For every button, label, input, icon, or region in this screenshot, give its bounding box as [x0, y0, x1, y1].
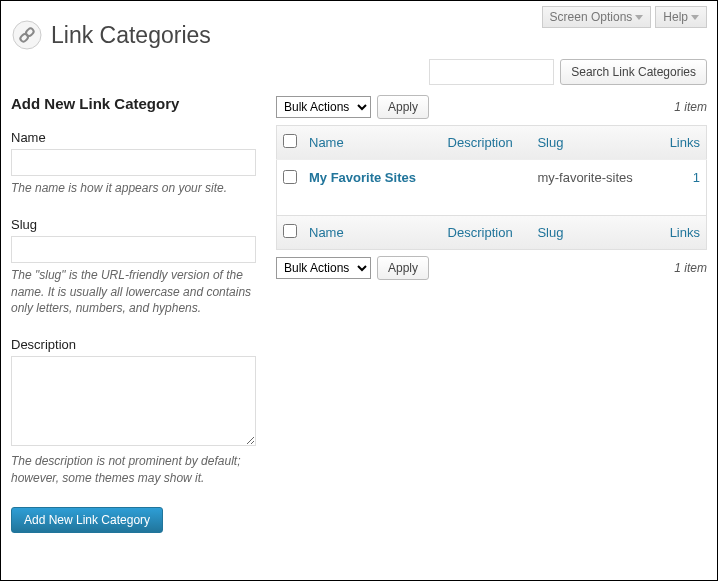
search-button[interactable]: Search Link Categories — [560, 59, 707, 85]
col-slug[interactable]: Slug — [531, 126, 656, 160]
help-button[interactable]: Help — [655, 6, 707, 28]
col-links[interactable]: Links — [657, 126, 707, 160]
col-slug-foot[interactable]: Slug — [531, 216, 656, 250]
table-row: My Favorite Sites my-favorite-sites 1 — [277, 160, 707, 216]
chevron-down-icon — [691, 15, 699, 20]
search-input[interactable] — [429, 59, 554, 85]
categories-table: Name Description Slug Links My Favorite … — [276, 125, 707, 250]
col-name[interactable]: Name — [303, 126, 442, 160]
description-hint: The description is not prominent by defa… — [11, 453, 256, 487]
slug-label: Slug — [11, 217, 256, 232]
screen-options-label: Screen Options — [550, 10, 633, 24]
description-textarea[interactable] — [11, 356, 256, 446]
item-count-bottom: 1 item — [674, 261, 707, 275]
col-description-foot[interactable]: Description — [442, 216, 532, 250]
slug-hint: The "slug" is the URL-friendly version o… — [11, 267, 256, 317]
select-all-bottom[interactable] — [283, 224, 297, 238]
apply-button-top[interactable]: Apply — [377, 95, 429, 119]
row-checkbox[interactable] — [283, 170, 297, 184]
row-slug: my-favorite-sites — [531, 160, 656, 216]
row-links-link[interactable]: 1 — [693, 170, 700, 185]
col-name-foot[interactable]: Name — [303, 216, 442, 250]
description-label: Description — [11, 337, 256, 352]
name-hint: The name is how it appears on your site. — [11, 180, 256, 197]
select-all-top[interactable] — [283, 134, 297, 148]
col-links-foot[interactable]: Links — [657, 216, 707, 250]
bulk-actions-select-bottom[interactable]: Bulk Actions — [276, 257, 371, 279]
screen-options-button[interactable]: Screen Options — [542, 6, 652, 28]
page-title: Link Categories — [51, 22, 211, 49]
col-description[interactable]: Description — [442, 126, 532, 160]
row-description — [442, 160, 532, 216]
link-icon — [11, 19, 43, 51]
help-label: Help — [663, 10, 688, 24]
row-name-link[interactable]: My Favorite Sites — [309, 170, 416, 185]
name-label: Name — [11, 130, 256, 145]
form-heading: Add New Link Category — [11, 95, 256, 112]
slug-input[interactable] — [11, 236, 256, 263]
chevron-down-icon — [635, 15, 643, 20]
item-count-top: 1 item — [674, 100, 707, 114]
add-category-button[interactable]: Add New Link Category — [11, 507, 163, 533]
apply-button-bottom[interactable]: Apply — [377, 256, 429, 280]
bulk-actions-select-top[interactable]: Bulk Actions — [276, 96, 371, 118]
name-input[interactable] — [11, 149, 256, 176]
